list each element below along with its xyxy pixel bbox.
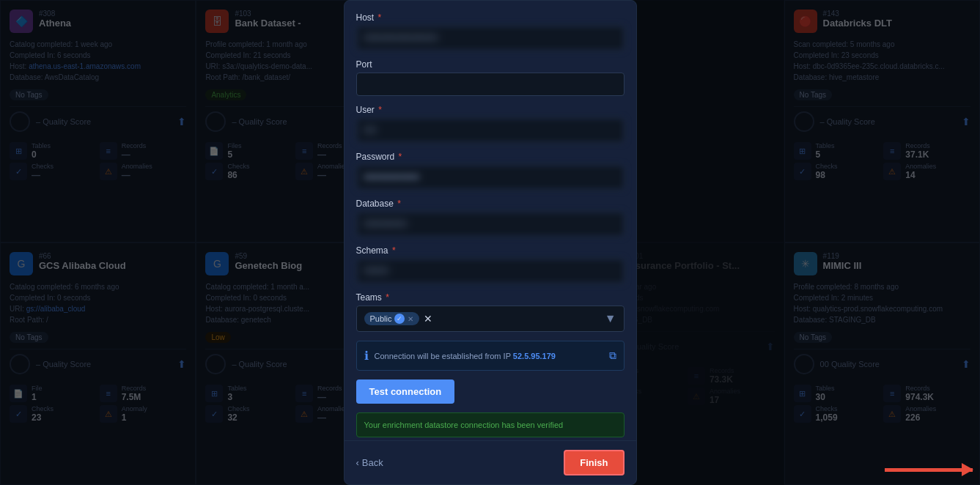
host-input[interactable]: •••••••••••••••••••••••• — [356, 26, 625, 51]
database-field-group: Database * •••••••••••••• — [356, 199, 625, 237]
password-input[interactable]: •••••••••••• — [356, 165, 625, 190]
host-field-group: Host * •••••••••••••••••••••••• — [356, 12, 625, 51]
back-button[interactable]: ‹ Back — [356, 457, 383, 468]
public-team-tag: Public ✓ ✕ — [364, 312, 420, 325]
teams-label: Teams * — [356, 292, 625, 303]
modal-overlay: Host * •••••••••••••••••••••••• Port Use… — [0, 0, 980, 485]
back-chevron-icon: ‹ — [356, 457, 359, 468]
ip-info-box: ℹ Connection will be established from IP… — [356, 341, 625, 371]
teams-select[interactable]: Public ✓ ✕ ✕ ▼ — [356, 306, 625, 332]
info-icon: ℹ — [364, 349, 369, 363]
port-field-group: Port — [356, 59, 625, 96]
modal-body: Host * •••••••••••••••••••••••• Port Use… — [345, 1, 636, 440]
password-label: Password * — [356, 152, 625, 162]
connection-modal: Host * •••••••••••••••••••••••• Port Use… — [344, 0, 637, 485]
port-input[interactable] — [356, 73, 625, 96]
password-field-group: Password * •••••••••••• — [356, 152, 625, 190]
schema-input[interactable]: •••••••• — [356, 259, 625, 284]
schema-field-group: Schema * •••••••• — [356, 245, 625, 284]
user-input[interactable]: •••• — [356, 118, 625, 143]
ip-address: 52.5.95.179 — [513, 352, 556, 360]
modal-footer: ‹ Back Finish — [345, 440, 636, 484]
teams-clear-btn[interactable]: ✕ — [424, 313, 432, 325]
user-label: User * — [356, 105, 625, 115]
success-message: Your enrichment datastore connection has… — [356, 412, 625, 437]
test-connection-button[interactable]: Test connection — [356, 380, 455, 404]
teams-chevron-icon[interactable]: ▼ — [605, 312, 616, 325]
finish-button[interactable]: Finish — [564, 450, 624, 475]
port-label: Port — [356, 59, 625, 70]
copy-ip-icon[interactable]: ⧉ — [609, 349, 616, 362]
red-arrow-indicator — [885, 468, 973, 472]
database-input[interactable]: •••••••••••••• — [356, 212, 625, 237]
team-remove-btn[interactable]: ✕ — [408, 315, 413, 323]
host-label: Host * — [356, 12, 625, 23]
database-label: Database * — [356, 199, 625, 209]
schema-label: Schema * — [356, 245, 625, 256]
user-field-group: User * •••• — [356, 105, 625, 143]
teams-field-group: Teams * Public ✓ ✕ ✕ ▼ — [356, 292, 625, 332]
